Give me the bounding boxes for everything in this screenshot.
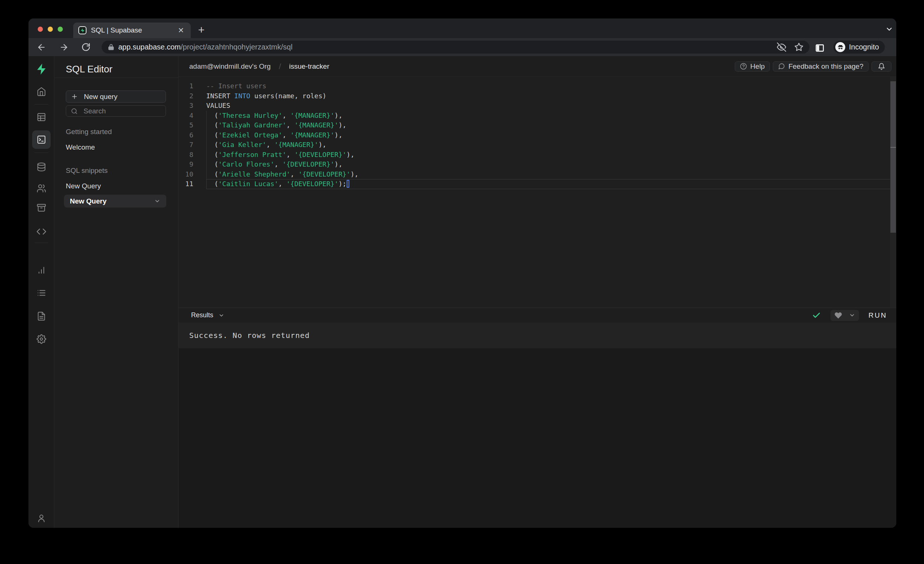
minimize-window-button[interactable] — [48, 27, 53, 32]
feedback-button[interactable]: Feedback on this page? — [773, 61, 868, 72]
tab-search-chevron-icon[interactable] — [885, 25, 893, 33]
sql-editor-sidebar: SQL Editor New query Search Getting star… — [54, 56, 178, 528]
feedback-bubble-icon — [778, 63, 785, 70]
sql-editor-rail-selected[interactable] — [32, 130, 51, 149]
heart-icon[interactable] — [834, 311, 842, 320]
line-number: 5 — [178, 120, 193, 130]
address-bar[interactable]: app.supabase.com/project/azahtnhqohyjerz… — [102, 40, 809, 54]
line-number: 11 — [178, 179, 193, 189]
functions-code-icon[interactable] — [36, 226, 46, 237]
settings-gear-icon[interactable] — [37, 334, 46, 344]
table-editor-icon[interactable] — [37, 112, 46, 122]
code-line[interactable]: ('Arielle Shepherd', '{DEVELOPER}'), — [206, 169, 896, 180]
tab-strip: SQL | Supabase ✕ + — [28, 18, 896, 38]
database-icon[interactable] — [37, 162, 46, 172]
rail-divider — [35, 104, 48, 105]
results-output: Success. No rows returned — [178, 322, 896, 348]
section-label-sql-snippets: SQL snippets — [66, 167, 108, 175]
lock-icon — [108, 43, 115, 51]
eye-off-icon[interactable] — [777, 42, 786, 52]
tab-title: SQL | Supabase — [91, 26, 176, 34]
line-number: 6 — [178, 130, 193, 141]
sidebar-item-welcome[interactable]: Welcome — [66, 143, 95, 151]
star-icon[interactable] — [794, 42, 804, 52]
side-panel-icon[interactable] — [815, 43, 825, 53]
back-icon[interactable] — [37, 42, 46, 52]
browser-window: SQL | Supabase ✕ + app.supabase.com/proj… — [28, 18, 896, 528]
new-query-button[interactable]: New query — [66, 90, 166, 103]
new-tab-icon[interactable]: + — [198, 24, 205, 36]
supabase-logo[interactable] — [35, 63, 48, 75]
run-button[interactable]: RUN — [868, 311, 887, 320]
logs-icon[interactable] — [37, 288, 46, 298]
plus-icon — [71, 93, 78, 100]
line-number: 4 — [178, 111, 193, 121]
line-number: 9 — [178, 160, 193, 169]
results-dropdown[interactable]: Results — [191, 311, 224, 319]
docs-icon[interactable] — [37, 311, 46, 321]
sql-code-editor[interactable]: 1234567891011 -- Insert usersINSERT INTO… — [178, 77, 896, 308]
editor-scrollbar-thumb[interactable] — [890, 81, 896, 233]
search-icon — [71, 108, 78, 115]
results-toolbar: Results RUN — [178, 308, 896, 322]
sidebar-item-new-query[interactable]: New Query — [66, 182, 101, 190]
breadcrumb-separator: / — [279, 62, 281, 71]
chevron-down-icon[interactable] — [154, 198, 160, 204]
zoom-window-button[interactable] — [58, 27, 63, 32]
bell-icon — [878, 63, 885, 70]
section-label-getting-started: Getting started — [66, 128, 112, 136]
line-number: 3 — [178, 101, 193, 111]
check-icon — [812, 311, 821, 320]
screenshot-stage: SQL | Supabase ✕ + app.supabase.com/proj… — [0, 0, 924, 564]
text-cursor — [346, 180, 349, 188]
notifications-button[interactable] — [872, 61, 891, 72]
rail-divider — [35, 153, 48, 153]
nav-rail — [28, 56, 54, 528]
code-line[interactable]: ('Jefferson Pratt', '{DEVELOPER}'), — [206, 150, 896, 160]
code-line[interactable]: INSERT INTO users(name, roles) — [206, 91, 896, 101]
browser-tab[interactable]: SQL | Supabase ✕ — [73, 22, 191, 38]
chevron-down-icon[interactable] — [849, 312, 855, 319]
browser-toolbar: app.supabase.com/project/azahtnhqohyjerz… — [28, 38, 896, 56]
search-placeholder: Search — [84, 107, 106, 115]
storage-icon[interactable] — [37, 203, 46, 212]
home-icon[interactable] — [37, 87, 46, 96]
close-window-button[interactable] — [38, 27, 43, 32]
chevron-down-icon — [218, 313, 224, 319]
help-button[interactable]: Help — [735, 61, 770, 72]
supabase-favicon-icon — [78, 26, 87, 34]
editor-scrollbar[interactable] — [890, 77, 896, 308]
line-number: 2 — [178, 91, 193, 101]
line-number: 1 — [178, 81, 193, 91]
breadcrumb: adam@windmill.dev's Org / issue-tracker — [189, 62, 329, 71]
main-empty-area — [178, 348, 896, 528]
code-line[interactable]: ('Carlo Flores', '{DEVELOPER}'), — [206, 160, 896, 169]
line-number: 10 — [178, 169, 193, 180]
reload-icon[interactable] — [81, 42, 90, 52]
tab-close-icon[interactable]: ✕ — [176, 26, 186, 35]
page-title: SQL Editor — [66, 64, 112, 75]
sql-editor-icon — [37, 135, 46, 144]
incognito-icon — [835, 42, 845, 52]
code-line[interactable]: ('Theresa Hurley', '{MANAGER}'), — [206, 111, 896, 121]
code-line[interactable]: -- Insert users — [206, 81, 896, 91]
code-lines[interactable]: -- Insert usersINSERT INTO users(name, r… — [206, 81, 896, 189]
code-line[interactable]: VALUES — [206, 101, 896, 111]
rail-divider — [35, 243, 48, 243]
code-line[interactable]: ('Taliyah Gardner', '{MANAGER}'), — [206, 120, 896, 130]
supabase-app: SQL Editor New query Search Getting star… — [28, 56, 896, 528]
breadcrumb-org[interactable]: adam@windmill.dev's Org — [189, 63, 270, 70]
auth-users-icon[interactable] — [37, 184, 46, 193]
search-input[interactable]: Search — [66, 105, 166, 117]
kebab-menu-icon[interactable] — [893, 44, 896, 53]
sidebar-divider — [54, 78, 178, 78]
account-user-icon[interactable] — [37, 513, 46, 523]
sidebar-item-new-query-selected[interactable]: New Query — [64, 194, 166, 208]
forward-icon[interactable] — [59, 42, 69, 52]
code-line[interactable]: ('Gia Keller', '{MANAGER}'), — [206, 140, 896, 150]
code-line[interactable]: ('Caitlin Lucas', '{DEVELOPER}'); — [206, 179, 896, 189]
reports-icon[interactable] — [37, 265, 46, 275]
code-line[interactable]: ('Ezekiel Ortega', '{MANAGER}'), — [206, 130, 896, 141]
status-message: Success. No rows returned — [189, 331, 310, 340]
breadcrumb-project[interactable]: issue-tracker — [289, 63, 329, 70]
